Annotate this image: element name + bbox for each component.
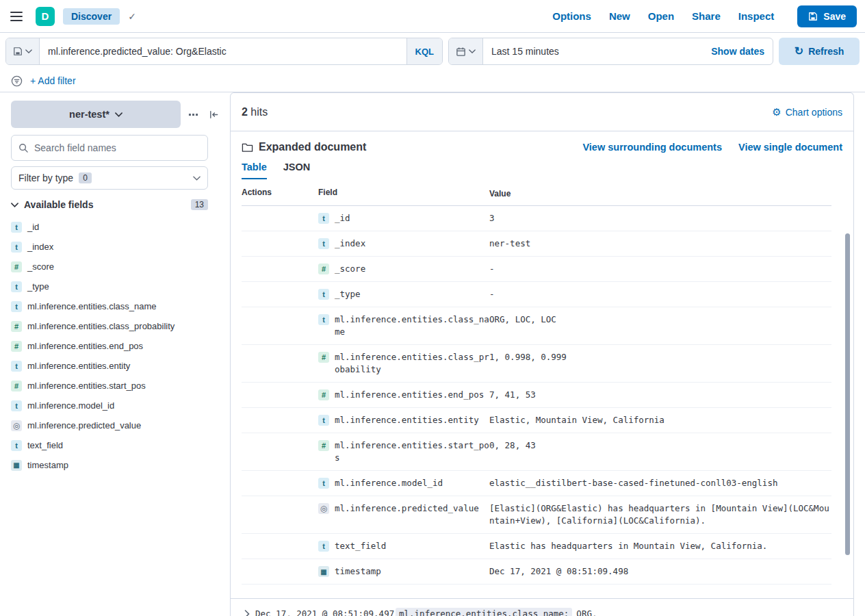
field-type-icon: t: [11, 242, 22, 253]
doc-row-value: Dec 17, 2021 @ 08:51:09.498: [489, 565, 831, 578]
field-type-icon: t: [11, 222, 22, 233]
field-type-icon: t: [318, 289, 329, 300]
nav-link-inspect[interactable]: Inspect: [738, 10, 775, 22]
date-picker-group: Last 15 minutes Show dates: [448, 38, 773, 65]
doc-table-body: t _id 3 t _index ner-test # _score - t _…: [242, 206, 831, 585]
doc-row-field-name: timestamp: [335, 565, 489, 578]
nav-link-share[interactable]: Share: [692, 10, 721, 22]
header-nav: OptionsNewOpenShareInspect: [552, 10, 774, 22]
content: ner-test*: [0, 92, 865, 616]
saved-query-menu-button[interactable]: [6, 38, 40, 64]
tab-json[interactable]: JSON: [283, 162, 311, 179]
doc-row-field-name: ml.inference.entities.class_name: [335, 313, 489, 338]
doc-row-value: ORG, LOC, LOC: [489, 313, 831, 338]
hits-label: hits: [250, 106, 268, 118]
save-button-label: Save: [823, 11, 846, 22]
vertical-scrollbar[interactable]: [845, 233, 850, 555]
field-list-item[interactable]: # ml.inference.entities.end_pos: [11, 336, 208, 356]
query-language-button[interactable]: KQL: [406, 38, 442, 64]
available-fields-header[interactable]: Available fields 13: [11, 199, 208, 210]
boxes-icon: [188, 110, 198, 120]
field-list-item[interactable]: t ml.inference.entities.class_name: [11, 296, 208, 316]
doc-row-actions: [242, 565, 318, 578]
available-fields-label: Available fields: [24, 199, 93, 210]
field-list-item[interactable]: t ml.inference.model_id: [11, 396, 208, 415]
field-type-icon: #: [318, 389, 329, 400]
doc-table: Actions Field Value t _id 3 t _index ner…: [231, 179, 853, 585]
doc-row-actions: [242, 477, 318, 489]
field-search-input[interactable]: [34, 142, 201, 153]
field-list-item[interactable]: t _type: [11, 277, 208, 296]
field-name: timestamp: [27, 460, 68, 470]
field-type-icon: t: [318, 415, 329, 426]
date-picker-menu-button[interactable]: [449, 38, 483, 64]
view-single-document-link[interactable]: View single document: [738, 142, 842, 153]
hamburger-menu-button[interactable]: [5, 5, 27, 27]
show-dates-button[interactable]: Show dates: [703, 38, 773, 64]
chart-options-label: Chart options: [786, 107, 842, 118]
field-list-item[interactable]: t _index: [11, 237, 208, 257]
time-range-value[interactable]: Last 15 minutes: [483, 38, 703, 64]
field-type-icon: t: [318, 238, 329, 249]
nav-link-new[interactable]: New: [609, 10, 630, 22]
doc-row-field-cell: t _id: [318, 212, 489, 224]
field-type-icon: ◎: [318, 503, 329, 514]
filter-by-type-select[interactable]: Filter by type 0: [11, 166, 208, 190]
field-list-item[interactable]: # ml.inference.entities.start_pos: [11, 376, 208, 396]
hits-header: 2 hits ⚙ Chart options: [231, 93, 853, 131]
filter-options-button[interactable]: [8, 73, 25, 89]
folder-icon: [242, 142, 253, 153]
field-name: ml.inference.entities.end_pos: [27, 341, 143, 351]
refresh-button[interactable]: ↻ Refresh: [779, 38, 860, 65]
field-type-icon: #: [318, 440, 329, 451]
field-list-item[interactable]: ▦ timestamp: [11, 455, 208, 475]
save-button[interactable]: Save: [797, 5, 857, 27]
field-list-item[interactable]: t _id: [11, 217, 208, 237]
field-name: ml.inference.model_id: [27, 400, 114, 411]
add-filter-button[interactable]: + Add filter: [30, 75, 76, 86]
filter-by-type-label: Filter by type: [18, 172, 73, 183]
nav-link-options[interactable]: Options: [552, 10, 591, 22]
doc-summary-key: ml.inference.entities.class_name:: [396, 608, 572, 616]
collapse-sidebar-button[interactable]: [205, 106, 222, 123]
doc-row-field-name: _score: [335, 263, 489, 275]
field-type-icon: t: [11, 301, 22, 312]
field-type-icon: ▦: [11, 460, 22, 471]
space-avatar[interactable]: D: [36, 7, 55, 26]
field-type-icon: #: [11, 261, 22, 272]
field-list-item[interactable]: ◎ ml.inference.predicted_value: [11, 415, 208, 435]
chevron-down-icon: [11, 203, 18, 207]
doc-row-value: elastic__distilbert-base-cased-finetuned…: [489, 477, 831, 489]
doc-row-value: ner-test: [489, 238, 831, 250]
field-list-item[interactable]: # ml.inference.entities.class_probabilit…: [11, 316, 208, 336]
field-name: ml.inference.predicted_value: [27, 420, 141, 431]
breadcrumb-discover[interactable]: Discover: [63, 8, 120, 25]
col-header-value: Value: [489, 188, 831, 200]
doc-row-field-cell: t text_field: [318, 540, 489, 552]
collapse-icon: [209, 110, 219, 120]
doc-row-field-cell: t ml.inference.entities.entity: [318, 414, 489, 426]
doc-row-field-name: text_field: [335, 540, 489, 552]
field-settings-button[interactable]: [185, 106, 201, 123]
hamburger-icon: [10, 12, 23, 21]
field-type-icon: ▦: [318, 566, 329, 577]
chart-options-button[interactable]: ⚙ Chart options: [772, 106, 842, 118]
field-type-icon: t: [318, 541, 329, 552]
top-bar: D Discover ✓ OptionsNewOpenShareInspect …: [0, 0, 865, 33]
chevron-down-icon: [25, 49, 32, 53]
view-surrounding-documents-link[interactable]: View surrounding documents: [582, 142, 722, 153]
hits-count: 2 hits: [242, 106, 268, 118]
field-list-item[interactable]: t ml.inference.entities.entity: [11, 356, 208, 376]
field-list-item[interactable]: t text_field: [11, 435, 208, 455]
nav-link-open[interactable]: Open: [648, 10, 674, 22]
doc-row-field-cell: t _index: [318, 238, 489, 250]
doc-row-value: [Elastic](ORG&Elastic) has headquarters …: [489, 502, 831, 527]
field-name: ml.inference.entities.class_probability: [27, 321, 175, 331]
expand-document-button[interactable]: [239, 606, 255, 616]
query-input[interactable]: [40, 38, 406, 64]
tab-table[interactable]: Table: [242, 162, 267, 179]
index-pattern-switcher[interactable]: ner-test*: [11, 101, 181, 128]
doc-tabs: TableJSON: [242, 162, 842, 179]
field-list-item[interactable]: # _score: [11, 257, 208, 277]
gear-icon: ⚙: [772, 106, 781, 118]
